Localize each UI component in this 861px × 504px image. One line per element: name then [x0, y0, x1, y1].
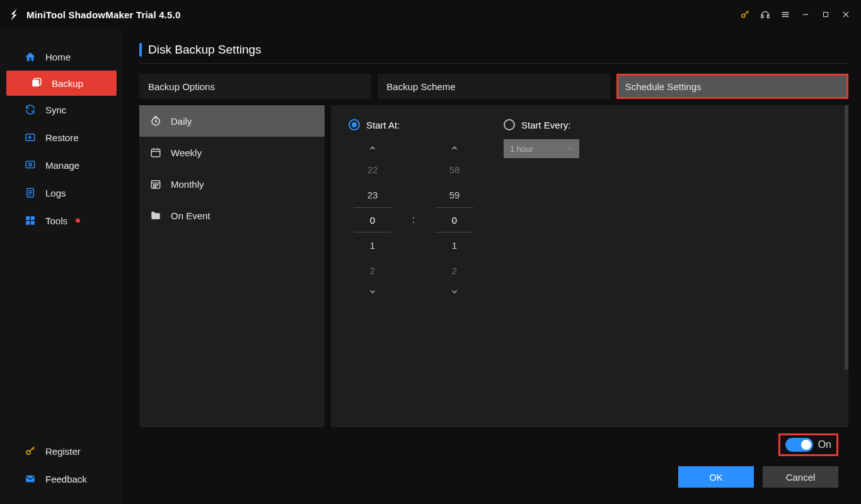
sidebar-item-register[interactable]: Register	[0, 437, 123, 465]
time-separator: :	[410, 139, 417, 265]
schedule-panel: Start At: 22 23 0 1	[331, 105, 848, 427]
svg-point-33	[153, 185, 154, 186]
radio-icon	[349, 119, 360, 130]
key-icon	[24, 445, 37, 457]
footer: On	[139, 427, 848, 466]
sidebar-item-label: Tools	[45, 215, 67, 226]
hour-down-button[interactable]	[354, 283, 391, 301]
time-picker: 22 23 0 1 2 :	[354, 139, 473, 301]
svg-point-15	[29, 163, 32, 166]
sidebar-item-label: Register	[45, 446, 81, 457]
minute-cell[interactable]: 59	[436, 182, 473, 207]
hour-cell[interactable]: 2	[354, 258, 391, 283]
clock-icon	[149, 115, 162, 127]
svg-rect-21	[31, 216, 35, 220]
svg-point-34	[155, 185, 156, 186]
page-title: Disk Backup Settings	[148, 43, 262, 57]
calendar-week-icon	[149, 146, 162, 159]
minute-down-button[interactable]	[436, 283, 473, 301]
frequency-panel: Daily Weekly Monthly On Event	[139, 105, 325, 427]
headset-icon[interactable]	[756, 6, 774, 23]
svg-point-35	[157, 185, 158, 186]
start-every-group: Start Every: 1 hour	[504, 119, 579, 301]
sidebar-item-label: Manage	[45, 160, 79, 171]
calendar-month-icon	[149, 178, 162, 190]
manage-icon	[24, 159, 37, 171]
main-content: Disk Backup Settings Backup Options Back…	[123, 29, 861, 504]
minute-cell[interactable]: 2	[436, 258, 473, 283]
freq-label: Daily	[171, 116, 192, 127]
svg-point-0	[742, 14, 745, 17]
titlebar: MiniTool ShadowMaker Trial 4.5.0	[0, 0, 861, 29]
hour-cell-selected[interactable]: 0	[354, 207, 391, 232]
menu-icon[interactable]	[777, 6, 794, 23]
svg-point-36	[153, 186, 154, 188]
svg-rect-27	[151, 149, 160, 157]
key-icon[interactable]	[736, 6, 754, 23]
interval-value: 1 hour	[510, 144, 533, 154]
home-icon	[24, 50, 37, 63]
hour-cell[interactable]: 22	[354, 157, 391, 182]
minimize-button[interactable]	[797, 6, 814, 23]
sidebar-item-label: Feedback	[45, 474, 87, 484]
notification-dot-icon	[76, 219, 80, 223]
sidebar-item-feedback[interactable]: Feedback	[0, 465, 123, 493]
chevron-down-icon	[567, 145, 574, 152]
svg-rect-7	[824, 13, 828, 17]
sidebar-item-logs[interactable]: Logs	[0, 179, 123, 207]
interval-select: 1 hour	[504, 139, 579, 158]
start-at-group: Start At: 22 23 0 1	[349, 119, 473, 301]
maximize-button[interactable]	[817, 6, 835, 23]
sidebar-item-tools[interactable]: Tools	[0, 207, 123, 234]
freq-weekly[interactable]: Weekly	[139, 137, 325, 168]
minute-cell[interactable]: 58	[436, 157, 473, 182]
app-title: MiniTool ShadowMaker Trial 4.5.0	[26, 9, 181, 20]
svg-rect-1	[761, 15, 763, 18]
freq-daily[interactable]: Daily	[139, 105, 325, 137]
freq-label: On Event	[171, 210, 211, 221]
tab-backup-scheme[interactable]: Backup Scheme	[378, 74, 610, 99]
sidebar-item-backup[interactable]: Backup	[6, 71, 117, 96]
svg-rect-2	[767, 15, 769, 18]
freq-label: Weekly	[171, 147, 202, 158]
sidebar-item-label: Restore	[45, 132, 79, 143]
schedule-toggle[interactable]	[785, 438, 813, 452]
sidebar-item-label: Backup	[52, 78, 83, 89]
start-every-radio[interactable]: Start Every:	[504, 119, 579, 130]
sidebar-item-home[interactable]: Home	[0, 43, 123, 71]
start-every-label: Start Every:	[521, 120, 570, 130]
sidebar-item-sync[interactable]: Sync	[0, 96, 123, 123]
svg-rect-20	[26, 216, 30, 220]
restore-icon	[24, 131, 37, 144]
minute-cell-selected[interactable]: 0	[436, 207, 473, 232]
start-at-radio[interactable]: Start At:	[349, 119, 473, 130]
cancel-button[interactable]: Cancel	[763, 466, 838, 488]
minute-spinner: 58 59 0 1 2	[436, 139, 473, 301]
hour-up-button[interactable]	[354, 139, 391, 157]
sidebar-item-label: Home	[45, 52, 71, 62]
sidebar: Home Backup Sync Restore Manage	[0, 29, 123, 504]
hour-cell[interactable]: 1	[354, 232, 391, 258]
svg-point-37	[155, 186, 156, 188]
svg-rect-23	[31, 221, 35, 225]
sidebar-item-restore[interactable]: Restore	[0, 123, 123, 151]
tools-icon	[24, 214, 37, 227]
freq-label: Monthly	[171, 179, 204, 190]
logs-icon	[24, 186, 37, 199]
ok-button[interactable]: OK	[678, 466, 754, 488]
freq-monthly[interactable]: Monthly	[139, 168, 325, 200]
app-logo-icon	[6, 7, 21, 22]
sidebar-item-manage[interactable]: Manage	[0, 151, 123, 179]
minute-cell[interactable]: 1	[436, 232, 473, 258]
toggle-label: On	[818, 439, 831, 450]
freq-on-event[interactable]: On Event	[139, 200, 325, 231]
svg-point-24	[26, 450, 30, 454]
minute-up-button[interactable]	[436, 139, 473, 157]
title-accent-bar	[139, 43, 142, 57]
hour-cell[interactable]: 23	[354, 182, 391, 207]
tab-backup-options[interactable]: Backup Options	[139, 74, 371, 99]
tab-schedule-settings[interactable]: Schedule Settings	[616, 74, 848, 99]
sidebar-item-label: Logs	[45, 188, 66, 198]
close-button[interactable]	[837, 6, 855, 23]
sync-icon	[24, 103, 37, 116]
